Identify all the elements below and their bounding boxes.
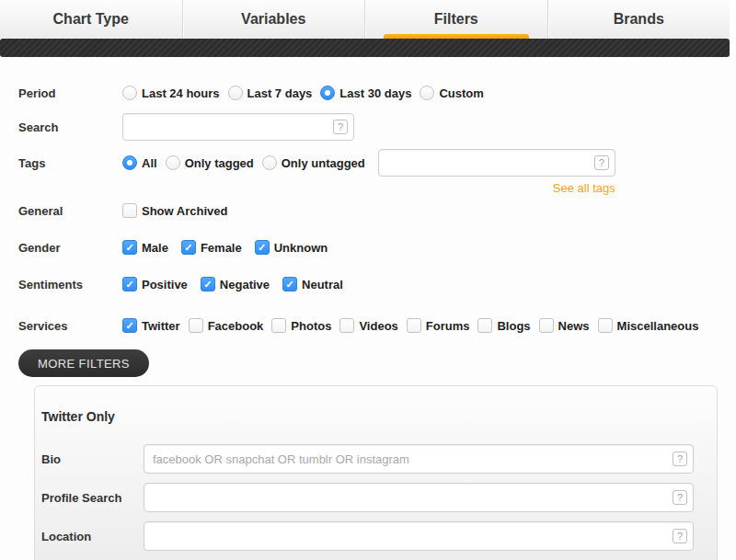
help-icon[interactable]: ? <box>333 120 348 134</box>
option-label: Miscellaneous <box>617 319 699 333</box>
checkbox-neutral[interactable]: ✓Neutral <box>282 277 343 291</box>
radio-icon <box>320 86 335 100</box>
checkbox-unknown[interactable]: ✓Unknown <box>255 240 328 255</box>
twitter-only-title: Twitter Only <box>40 409 694 424</box>
checkbox-twitter[interactable]: ✓Twitter <box>122 318 180 333</box>
option-label: Photos <box>291 319 331 333</box>
bio-input[interactable] <box>144 444 694 474</box>
checkbox-icon <box>339 318 354 333</box>
check-icon: ✓ <box>122 318 137 333</box>
radio-icon <box>122 155 137 170</box>
option-label: Blogs <box>497 319 530 333</box>
tags-input[interactable] <box>378 149 615 177</box>
twitter-filter-label: Bio <box>40 452 144 466</box>
sentiments-row: Sentiments ✓Positive✓Negative✓Neutral <box>18 276 718 292</box>
tags-row: Tags AllOnly taggedOnly untagged ? See a… <box>18 149 718 195</box>
radio-custom[interactable]: Custom <box>420 86 483 100</box>
option-label: Show Archived <box>142 204 227 218</box>
radio-last-7-days[interactable]: Last 7 days <box>228 86 313 100</box>
checkbox-icon <box>122 203 137 218</box>
check-icon: ✓ <box>255 240 270 255</box>
option-label: Forums <box>426 319 470 333</box>
period-label: Period <box>18 86 122 100</box>
checkbox-negative[interactable]: ✓Negative <box>201 277 270 291</box>
twitter-filter-input-wrap: ? <box>144 483 694 512</box>
tab-brands[interactable]: Brands <box>547 0 730 39</box>
option-label: Neutral <box>302 278 343 291</box>
period-options: Last 24 hoursLast 7 daysLast 30 daysCust… <box>122 86 484 100</box>
option-label: Last 24 hours <box>142 86 220 100</box>
twitter-filter-row-location: Location ? <box>40 521 694 551</box>
checkbox-male[interactable]: ✓Male <box>122 240 168 255</box>
twitter-filter-row-profile-search: Profile Search ? <box>40 483 694 512</box>
tags-options: AllOnly taggedOnly untagged <box>122 155 365 170</box>
option-label: Only untagged <box>282 156 365 170</box>
radio-last-30-days[interactable]: Last 30 days <box>320 86 411 100</box>
tab-variables[interactable]: Variables <box>182 0 365 39</box>
see-all-tags-link[interactable]: See all tags <box>553 181 615 195</box>
tab-label: Variables <box>241 11 305 28</box>
help-icon[interactable]: ? <box>594 155 609 170</box>
filters-panel: Period Last 24 hoursLast 7 daysLast 30 d… <box>0 57 736 560</box>
twitter-filter-input-wrap: ? <box>144 444 694 474</box>
tab-chart-type[interactable]: Chart Type <box>0 0 182 39</box>
checkbox-female[interactable]: ✓Female <box>181 240 242 255</box>
general-options: Show Archived <box>122 203 227 218</box>
check-icon: ✓ <box>201 277 215 291</box>
help-icon[interactable]: ? <box>673 529 687 543</box>
check-icon: ✓ <box>282 277 297 291</box>
gender-options: ✓Male✓Female✓Unknown <box>122 240 328 255</box>
tags-controls: AllOnly taggedOnly untagged ? See all ta… <box>122 149 615 195</box>
radio-icon <box>420 86 434 100</box>
search-input-wrap: ? <box>122 113 354 141</box>
radio-last-24-hours[interactable]: Last 24 hours <box>122 86 220 100</box>
checkbox-facebook[interactable]: Facebook <box>189 318 264 333</box>
more-filters-button[interactable]: MORE FILTERS <box>18 349 149 377</box>
checkbox-forums[interactable]: Forums <box>407 318 470 333</box>
radio-all[interactable]: All <box>122 155 157 170</box>
option-label: Negative <box>220 278 270 291</box>
checkbox-videos[interactable]: Videos <box>339 318 397 333</box>
general-row: General Show Archived <box>18 202 718 219</box>
location-input[interactable] <box>144 521 694 551</box>
checkbox-icon <box>477 318 492 333</box>
dark-divider-bar <box>0 39 730 57</box>
radio-icon <box>166 155 180 170</box>
tab-label: Chart Type <box>53 11 129 28</box>
services-options: ✓TwitterFacebookPhotosVideosForumsBlogsN… <box>122 318 698 333</box>
sentiments-options: ✓Positive✓Negative✓Neutral <box>122 277 343 291</box>
sentiments-label: Sentiments <box>18 278 122 291</box>
tab-filters[interactable]: Filters <box>364 0 547 39</box>
radio-only-tagged[interactable]: Only tagged <box>166 155 254 170</box>
general-label: General <box>18 204 122 218</box>
option-label: Positive <box>142 278 188 291</box>
checkbox-icon <box>598 318 613 333</box>
checkbox-positive[interactable]: ✓Positive <box>122 277 188 291</box>
option-label: Videos <box>359 319 397 333</box>
gender-row: Gender ✓Male✓Female✓Unknown <box>18 239 718 256</box>
option-label: Female <box>201 241 242 255</box>
checkbox-icon <box>271 318 286 333</box>
profile-search-input[interactable] <box>144 483 694 512</box>
help-icon[interactable]: ? <box>673 451 687 466</box>
option-label: Facebook <box>208 319 264 333</box>
option-label: Male <box>142 241 168 255</box>
gender-label: Gender <box>18 241 122 255</box>
twitter-filter-input-wrap: ? <box>144 521 694 551</box>
twitter-filter-label: Profile Search <box>40 491 144 505</box>
help-icon[interactable]: ? <box>673 490 687 505</box>
checkbox-blogs[interactable]: Blogs <box>477 318 530 333</box>
checkbox-photos[interactable]: Photos <box>271 318 331 333</box>
twitter-filter-row-bio: Bio ? <box>40 444 694 474</box>
checkbox-show-archived[interactable]: Show Archived <box>122 203 227 218</box>
search-input[interactable] <box>122 113 354 141</box>
search-label: Search <box>18 120 122 134</box>
checkbox-news[interactable]: News <box>539 318 590 333</box>
option-label: All <box>142 156 157 170</box>
radio-only-untagged[interactable]: Only untagged <box>262 155 365 170</box>
checkbox-icon <box>407 318 421 333</box>
checkbox-miscellaneous[interactable]: Miscellaneous <box>598 318 699 333</box>
tab-label: Brands <box>614 11 664 28</box>
check-icon: ✓ <box>122 240 137 255</box>
radio-icon <box>228 86 243 100</box>
